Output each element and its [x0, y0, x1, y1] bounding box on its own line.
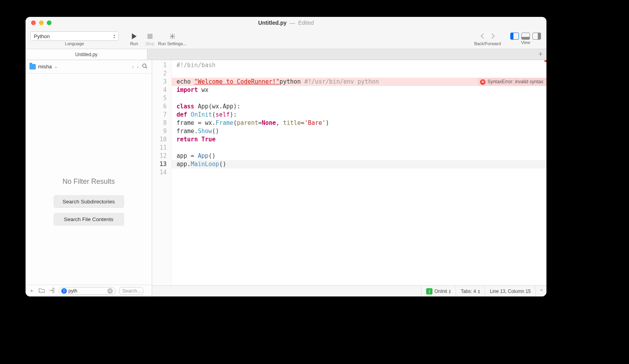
view-right-panel-button[interactable]: [532, 33, 541, 40]
search-subdirectories-button[interactable]: Search Subdirectories: [53, 195, 124, 208]
filter-value: pyth: [68, 288, 77, 294]
sidebar-content: No Filter Results Search Subdirectories …: [26, 73, 152, 285]
sidebar-header: misha ⌄ ‹ ›: [26, 60, 152, 73]
run-settings-button[interactable]: [165, 31, 180, 41]
tab-active[interactable]: Untitled.py: [26, 49, 147, 60]
chevron-down-icon[interactable]: ⌄: [54, 64, 57, 69]
code-lines[interactable]: #!/bin/bash echo "Welcome to CodeRunner!…: [172, 60, 546, 285]
status-position[interactable]: Line 13, Column 15: [485, 286, 535, 296]
gutter: 123 456 789 101112 1314: [152, 60, 172, 285]
search-file-contents-button[interactable]: Search File Contents: [53, 213, 124, 226]
chevron-updown-icon: ▴▾: [449, 289, 451, 294]
traffic-lights: [26, 20, 51, 25]
titlebar: Untitled.py — Edited: [26, 17, 546, 29]
sidebar-back-button[interactable]: ‹: [132, 64, 134, 70]
folder-icon: [29, 64, 36, 70]
language-value: Python: [34, 33, 50, 39]
title-filename: Untitled.py: [258, 20, 287, 26]
language-label: Language: [65, 41, 84, 46]
function-icon: f: [426, 288, 432, 294]
language-select[interactable]: Python ▴▾: [30, 31, 119, 41]
sidebar-folder-name[interactable]: misha: [38, 64, 52, 70]
chevron-updown-icon: ▴▾: [478, 289, 480, 294]
svg-point-2: [143, 64, 146, 67]
back-forward-label: Back/Forward: [474, 41, 501, 46]
stepper-icon: ▴▾: [114, 33, 115, 39]
zoom-button[interactable]: [47, 20, 51, 25]
new-file-button[interactable]: ＋: [29, 287, 35, 294]
view-left-panel-button[interactable]: [510, 33, 519, 40]
stop-button[interactable]: [142, 31, 157, 41]
sidebar: misha ⌄ ‹ › No Filter Results Search Sub…: [26, 60, 152, 296]
sidebar-footer: ＋ ☰ pyth ✕ Search...: [26, 285, 152, 296]
title-edited: — Edited: [288, 20, 314, 26]
run-button[interactable]: [127, 31, 142, 41]
error-badge[interactable]: ✕ SyntaxError: invalid syntax: [478, 78, 546, 86]
svg-rect-0: [147, 34, 153, 39]
new-folder-button[interactable]: [39, 287, 45, 294]
sidebar-forward-button[interactable]: ›: [137, 64, 139, 70]
run-label: Run: [130, 41, 138, 46]
editor: 123 456 789 101112 1314 #!/bin/bash echo…: [152, 60, 546, 296]
app-window: Untitled.py — Edited Python ▴▾ Language …: [26, 17, 546, 296]
filter-type-icon: ☰: [61, 288, 67, 294]
window-title: Untitled.py — Edited: [258, 20, 314, 26]
tab-bar: Untitled.py +: [26, 49, 546, 60]
error-text: SyntaxError: invalid syntax: [487, 78, 543, 86]
stop-label: Stop: [145, 41, 154, 46]
filter-field[interactable]: ☰ pyth ✕: [59, 287, 116, 295]
status-bar: f OnInit ▴▾ Tabs: 4 ▴▾ Line 13, Column 1…: [152, 285, 546, 296]
svg-point-1: [171, 35, 173, 37]
status-function[interactable]: f OnInit ▴▾: [421, 286, 456, 296]
minimize-button[interactable]: [39, 20, 44, 25]
nav-forward-button[interactable]: [487, 31, 498, 41]
import-button[interactable]: [49, 287, 55, 294]
close-button[interactable]: [31, 20, 36, 25]
error-icon: ✕: [480, 79, 486, 85]
search-icon[interactable]: [142, 63, 148, 70]
toolbar: Python ▴▾ Language Run Stop: [26, 29, 546, 49]
code-area[interactable]: 123 456 789 101112 1314 #!/bin/bash echo…: [152, 60, 546, 285]
status-tabs[interactable]: Tabs: 4 ▴▾: [456, 286, 485, 296]
tab-add-button[interactable]: +: [535, 49, 546, 60]
status-expand-button[interactable]: ⌃: [535, 286, 546, 296]
filter-clear-button[interactable]: ✕: [107, 288, 113, 294]
view-bottom-panel-button[interactable]: [521, 33, 530, 40]
run-settings-label: Run Settings...: [158, 41, 186, 46]
view-label: View: [521, 40, 530, 45]
tab-label: Untitled.py: [75, 52, 97, 57]
no-results-label: No Filter Results: [63, 177, 115, 186]
search-field[interactable]: Search...: [120, 287, 143, 295]
nav-back-button[interactable]: [477, 31, 487, 41]
search-placeholder: Search...: [122, 288, 141, 294]
